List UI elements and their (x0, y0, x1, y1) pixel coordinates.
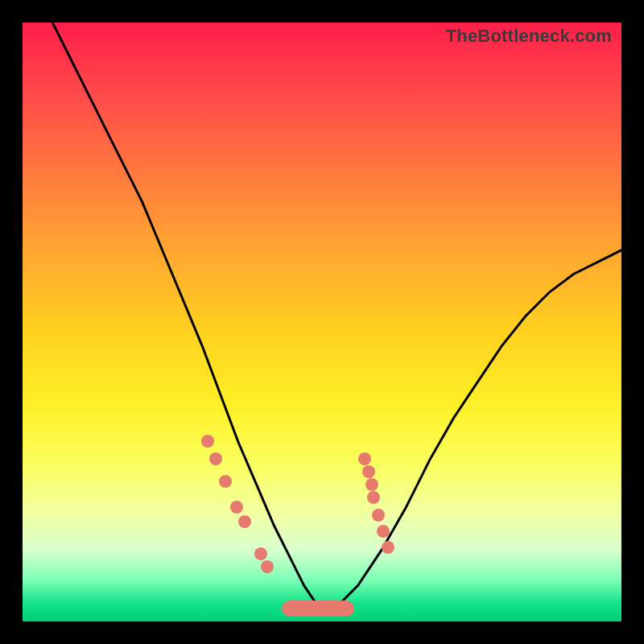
chart-marker (230, 501, 243, 514)
chart-marker (254, 547, 267, 560)
chart-marker (261, 560, 274, 573)
chart-marker (365, 478, 378, 491)
chart-bottom-cluster (282, 601, 354, 617)
chart-frame: TheBottleneck.com (0, 0, 644, 644)
chart-marker (367, 491, 380, 504)
chart-plot-area: TheBottleneck.com (23, 23, 621, 621)
chart-marker (358, 452, 371, 465)
chart-marker (219, 475, 232, 488)
chart-marker (377, 525, 390, 538)
chart-marker (372, 509, 385, 522)
watermark-text: TheBottleneck.com (446, 26, 612, 47)
bottleneck-curve (23, 23, 621, 621)
chart-marker (209, 452, 222, 465)
chart-marker (382, 541, 394, 554)
chart-marker (362, 465, 375, 478)
chart-marker (238, 515, 251, 528)
chart-marker (201, 435, 214, 448)
